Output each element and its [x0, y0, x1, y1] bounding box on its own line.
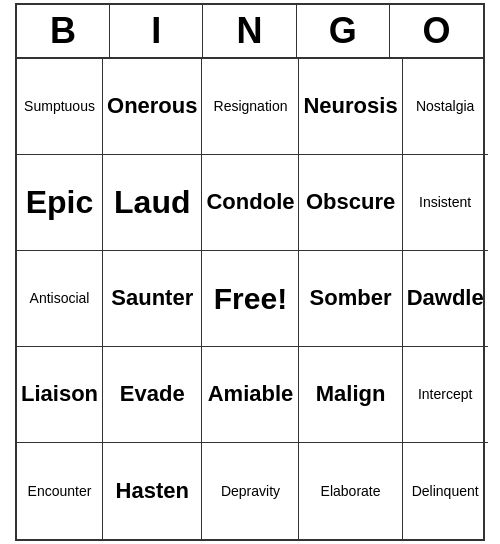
bingo-cell-12: Free! — [202, 251, 299, 347]
cell-text-18: Malign — [316, 381, 386, 407]
bingo-cell-24: Delinquent — [403, 443, 488, 539]
cell-text-22: Depravity — [221, 483, 280, 500]
bingo-grid: SumptuousOnerousResignationNeurosisNosta… — [17, 59, 483, 539]
bingo-cell-7: Condole — [202, 155, 299, 251]
cell-text-19: Intercept — [418, 386, 472, 403]
cell-text-13: Somber — [310, 285, 392, 311]
bingo-cell-3: Neurosis — [299, 59, 402, 155]
bingo-cell-2: Resignation — [202, 59, 299, 155]
bingo-cell-18: Malign — [299, 347, 402, 443]
bingo-cell-15: Liaison — [17, 347, 103, 443]
bingo-cell-11: Saunter — [103, 251, 202, 347]
bingo-cell-1: Onerous — [103, 59, 202, 155]
cell-text-15: Liaison — [21, 381, 98, 407]
header-letter-n: N — [203, 5, 296, 57]
bingo-cell-13: Somber — [299, 251, 402, 347]
cell-text-20: Encounter — [28, 483, 92, 500]
cell-text-2: Resignation — [214, 98, 288, 115]
cell-text-14: Dawdle — [407, 285, 484, 311]
bingo-cell-17: Amiable — [202, 347, 299, 443]
cell-text-7: Condole — [206, 189, 294, 215]
header-letter-b: B — [17, 5, 110, 57]
bingo-cell-9: Insistent — [403, 155, 488, 251]
cell-text-21: Hasten — [116, 478, 189, 504]
cell-text-4: Nostalgia — [416, 98, 474, 115]
cell-text-5: Epic — [26, 183, 94, 221]
bingo-cell-21: Hasten — [103, 443, 202, 539]
bingo-cell-6: Laud — [103, 155, 202, 251]
cell-text-6: Laud — [114, 183, 190, 221]
bingo-cell-4: Nostalgia — [403, 59, 488, 155]
cell-text-3: Neurosis — [303, 93, 397, 119]
cell-text-0: Sumptuous — [24, 98, 95, 115]
bingo-cell-5: Epic — [17, 155, 103, 251]
cell-text-9: Insistent — [419, 194, 471, 211]
bingo-cell-14: Dawdle — [403, 251, 488, 347]
bingo-cell-22: Depravity — [202, 443, 299, 539]
bingo-cell-23: Elaborate — [299, 443, 402, 539]
cell-text-17: Amiable — [208, 381, 294, 407]
bingo-cell-16: Evade — [103, 347, 202, 443]
bingo-cell-8: Obscure — [299, 155, 402, 251]
bingo-header: BINGO — [17, 5, 483, 59]
cell-text-8: Obscure — [306, 189, 395, 215]
cell-text-16: Evade — [120, 381, 185, 407]
header-letter-o: O — [390, 5, 483, 57]
cell-text-12: Free! — [214, 281, 287, 317]
bingo-cell-0: Sumptuous — [17, 59, 103, 155]
cell-text-1: Onerous — [107, 93, 197, 119]
cell-text-24: Delinquent — [412, 483, 479, 500]
cell-text-11: Saunter — [111, 285, 193, 311]
bingo-cell-10: Antisocial — [17, 251, 103, 347]
cell-text-23: Elaborate — [321, 483, 381, 500]
bingo-card: BINGO SumptuousOnerousResignationNeurosi… — [15, 3, 485, 541]
bingo-cell-19: Intercept — [403, 347, 488, 443]
bingo-cell-20: Encounter — [17, 443, 103, 539]
cell-text-10: Antisocial — [30, 290, 90, 307]
header-letter-g: G — [297, 5, 390, 57]
header-letter-i: I — [110, 5, 203, 57]
